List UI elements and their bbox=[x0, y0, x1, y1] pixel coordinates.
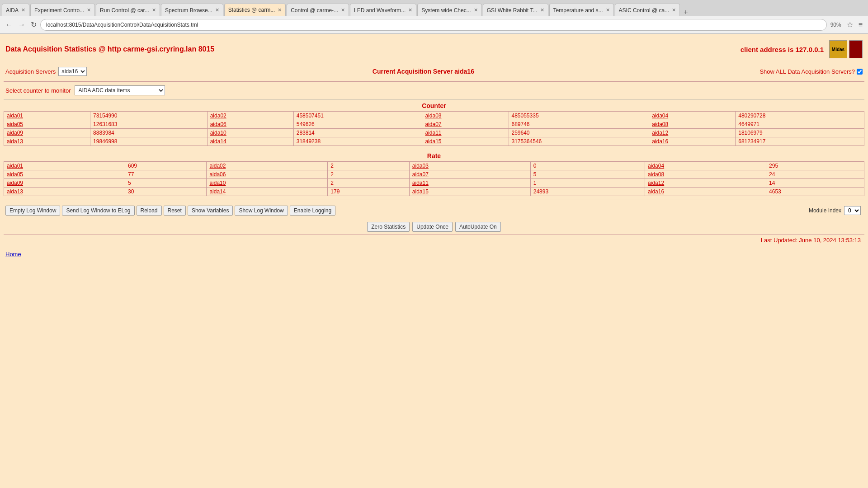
counter-label[interactable]: aida09 bbox=[4, 129, 90, 137]
counter-label[interactable]: aida06 bbox=[207, 120, 293, 129]
tab-close-system[interactable]: ✕ bbox=[474, 7, 478, 13]
tab-run-control[interactable]: Run Control @ car... ✕ bbox=[96, 4, 160, 16]
tab-close-run-control[interactable]: ✕ bbox=[152, 7, 156, 13]
back-button[interactable]: ← bbox=[4, 20, 14, 30]
rate-label[interactable]: aida12 bbox=[645, 179, 766, 188]
empty-log-button[interactable]: Empty Log Window bbox=[5, 206, 60, 216]
tab-gsi[interactable]: GSI White Rabbit T... ✕ bbox=[483, 4, 548, 16]
tab-system[interactable]: System wide Chec... ✕ bbox=[417, 4, 481, 16]
counter-value: 549626 bbox=[293, 120, 422, 129]
counter-value: 4649971 bbox=[736, 120, 864, 129]
tab-close-aida[interactable]: ✕ bbox=[21, 7, 25, 13]
counter-label[interactable]: aida15 bbox=[422, 137, 509, 146]
counter-label[interactable]: aida13 bbox=[4, 137, 90, 146]
rate-label[interactable]: aida13 bbox=[4, 188, 125, 196]
module-index-select[interactable]: 0 1 2 bbox=[844, 206, 861, 215]
rate-label[interactable]: aida01 bbox=[4, 162, 125, 170]
tab-close-statistics[interactable]: ✕ bbox=[278, 7, 282, 13]
counter-selector: Select counter to monitor AIDA ADC data … bbox=[4, 84, 864, 99]
counter-label[interactable]: aida03 bbox=[422, 112, 509, 120]
current-server-label: Current Acquisition Server aida16 bbox=[373, 68, 474, 75]
counter-label[interactable]: aida14 bbox=[207, 137, 293, 146]
rate-label[interactable]: aida08 bbox=[645, 170, 766, 179]
tab-temperature[interactable]: Temperature and s... ✕ bbox=[549, 4, 614, 16]
tab-bar: AIDA ✕ Experiment Contro... ✕ Run Contro… bbox=[0, 0, 868, 16]
tab-spectrum[interactable]: Spectrum Browse... ✕ bbox=[161, 4, 223, 16]
extensions-button[interactable]: ≡ bbox=[857, 20, 864, 30]
counter-value: 485055335 bbox=[509, 112, 649, 120]
show-log-window-button[interactable]: Show Log Window bbox=[235, 206, 288, 216]
counter-label[interactable]: aida02 bbox=[207, 112, 293, 120]
button-row: Empty Log Window Send Log Window to ELog… bbox=[4, 202, 337, 219]
tab-experiment[interactable]: Experiment Contro... ✕ bbox=[30, 4, 95, 16]
counter-value: 458507451 bbox=[293, 112, 422, 120]
enable-logging-button[interactable]: Enable Logging bbox=[290, 206, 335, 216]
rate-label[interactable]: aida03 bbox=[409, 162, 530, 170]
counter-value: 3175364546 bbox=[509, 137, 649, 146]
new-tab-button[interactable]: + bbox=[681, 8, 690, 16]
rate-label[interactable]: aida07 bbox=[409, 170, 530, 179]
tab-close-spectrum[interactable]: ✕ bbox=[215, 7, 219, 13]
counter-dropdown[interactable]: AIDA ADC data items bbox=[75, 85, 165, 95]
tab-close-temperature[interactable]: ✕ bbox=[606, 7, 610, 13]
reset-button[interactable]: Reset bbox=[164, 206, 186, 216]
rate-value: 24893 bbox=[530, 188, 645, 196]
tab-close-experiment[interactable]: ✕ bbox=[87, 7, 91, 13]
counter-value: 31849238 bbox=[293, 137, 422, 146]
home-link[interactable]: Home bbox=[5, 251, 21, 258]
counter-label[interactable]: aida16 bbox=[649, 137, 736, 146]
rate-label[interactable]: aida15 bbox=[409, 188, 530, 196]
counter-label[interactable]: aida07 bbox=[422, 120, 509, 129]
show-all-checkbox[interactable] bbox=[857, 69, 863, 75]
counter-label[interactable]: aida10 bbox=[207, 129, 293, 137]
counter-value: 73154990 bbox=[90, 112, 208, 120]
table-row: aida098883984aida10283814aida11259640aid… bbox=[4, 129, 864, 137]
tab-statistics[interactable]: Statistics @ carm... ✕ bbox=[224, 4, 286, 16]
counter-label[interactable]: aida11 bbox=[422, 129, 509, 137]
counter-section: Counter aida0173154990aida02458507451aid… bbox=[4, 99, 864, 146]
rate-label[interactable]: aida09 bbox=[4, 179, 125, 188]
zero-statistics-button[interactable]: Zero Statistics bbox=[367, 222, 410, 232]
nav-bar: ← → ↻ 90% ☆ ≡ bbox=[0, 16, 868, 33]
send-log-button[interactable]: Send Log Window to ELog bbox=[62, 206, 134, 216]
tab-close-led[interactable]: ✕ bbox=[408, 7, 412, 13]
counter-label[interactable]: aida12 bbox=[649, 129, 736, 137]
tab-aida[interactable]: AIDA ✕ bbox=[2, 4, 29, 16]
acquisition-servers-label: Acquisition Servers bbox=[5, 68, 56, 75]
rate-label[interactable]: aida10 bbox=[207, 179, 328, 188]
table-row: aida1319846998aida1431849238aida15317536… bbox=[4, 137, 864, 146]
counter-value: 283814 bbox=[293, 129, 422, 137]
rate-label[interactable]: aida02 bbox=[207, 162, 328, 170]
page-title: Data Acquisition Statistics @ http carme… bbox=[5, 45, 214, 53]
counter-label[interactable]: aida01 bbox=[4, 112, 90, 120]
counter-section-header: Counter bbox=[4, 99, 864, 111]
reload-button[interactable]: Reload bbox=[137, 206, 162, 216]
tab-close-asic[interactable]: ✕ bbox=[672, 7, 676, 13]
auto-update-button[interactable]: AutoUpdate On bbox=[455, 222, 501, 232]
tab-asic[interactable]: ASIC Control @ ca... ✕ bbox=[615, 4, 680, 16]
tab-led[interactable]: LED and Waveform... ✕ bbox=[350, 4, 416, 16]
tab-close-control[interactable]: ✕ bbox=[341, 7, 345, 13]
rate-label[interactable]: aida11 bbox=[409, 179, 530, 188]
rate-label[interactable]: aida05 bbox=[4, 170, 125, 179]
rate-value: 609 bbox=[125, 162, 206, 170]
refresh-button[interactable]: ↻ bbox=[29, 19, 38, 30]
address-bar[interactable] bbox=[40, 19, 827, 31]
counter-label[interactable]: aida05 bbox=[4, 120, 90, 129]
tab-close-gsi[interactable]: ✕ bbox=[540, 7, 544, 13]
table-row: aida095aida102aida111aida1214 bbox=[4, 179, 864, 188]
rate-label[interactable]: aida16 bbox=[645, 188, 766, 196]
rate-label[interactable]: aida14 bbox=[207, 188, 328, 196]
counter-label[interactable]: aida04 bbox=[649, 112, 736, 120]
rate-label[interactable]: aida04 bbox=[645, 162, 766, 170]
bookmark-button[interactable]: ☆ bbox=[845, 19, 855, 30]
tab-control[interactable]: Control @ carme-... ✕ bbox=[287, 4, 349, 16]
update-once-button[interactable]: Update Once bbox=[412, 222, 453, 232]
forward-button[interactable]: → bbox=[16, 20, 27, 30]
rate-label[interactable]: aida06 bbox=[207, 170, 328, 179]
counter-value: 18106979 bbox=[736, 129, 864, 137]
server-select[interactable]: aida16 bbox=[58, 67, 87, 76]
counter-label[interactable]: aida08 bbox=[649, 120, 736, 129]
show-variables-button[interactable]: Show Variables bbox=[188, 206, 233, 216]
rate-section-header: Rate bbox=[4, 150, 864, 161]
